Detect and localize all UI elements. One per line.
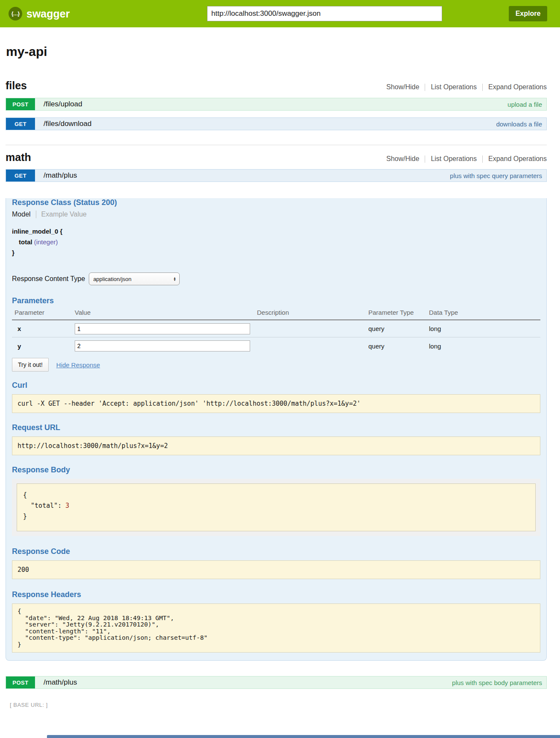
- curl-heading: Curl: [12, 381, 540, 390]
- response-body-box: { "total": 3 }: [17, 483, 536, 531]
- request-url-heading: Request URL: [12, 423, 540, 432]
- col-parameter-type: Parameter Type: [368, 309, 429, 316]
- endpoint-row-math-plus-post[interactable]: POST /math/plus plus with spec body para…: [6, 676, 547, 689]
- model-tabs: Model Example Value: [12, 211, 540, 218]
- endpoint-summary[interactable]: plus with spec body parameters: [452, 679, 542, 686]
- col-description: Description: [257, 309, 368, 316]
- response-class-heading: Response Class (Status 200): [12, 198, 540, 207]
- parameter-y-input[interactable]: [75, 340, 250, 351]
- bottom-window-strip: [47, 735, 560, 738]
- try-it-out-button[interactable]: Try it out!: [12, 358, 49, 372]
- method-badge-post: POST: [6, 676, 35, 688]
- parameters-table-header: Parameter Value Description Parameter Ty…: [12, 309, 540, 320]
- col-data-type: Data Type: [429, 309, 540, 316]
- section-divider: [6, 145, 547, 145]
- selected-content-type: application/json: [93, 276, 174, 282]
- parameter-name: x: [15, 325, 75, 332]
- endpoint-path[interactable]: /math/plus: [44, 171, 77, 180]
- files-section-header: files Show/Hide List Operations Expand O…: [6, 79, 547, 92]
- try-it-out-row: Try it out! Hide Response: [12, 358, 540, 372]
- parameter-row-y: y query long: [12, 337, 540, 354]
- parameters-heading: Parameters: [12, 296, 540, 305]
- parameter-type: query: [368, 343, 429, 350]
- swagger-brand-text: swagger: [26, 8, 70, 20]
- page-content: my-api files Show/Hide List Operations E…: [6, 44, 547, 708]
- parameter-data-type: long: [429, 343, 540, 350]
- section-title-math[interactable]: math: [6, 151, 31, 164]
- col-value: Value: [75, 309, 257, 316]
- parameter-data-type: long: [429, 325, 540, 332]
- model-property: total(integer): [12, 237, 540, 247]
- response-headers-heading: Response Headers: [12, 590, 540, 599]
- operation-expanded-content: Response Class (Status 200) Model Exampl…: [6, 198, 547, 661]
- explore-button[interactable]: Explore: [509, 6, 547, 21]
- parameter-type: query: [368, 325, 429, 332]
- math-section-header: math Show/Hide List Operations Expand Op…: [6, 151, 547, 164]
- math-section-controls: Show/Hide List Operations Expand Operati…: [386, 155, 547, 163]
- endpoint-path[interactable]: /files/upload: [44, 100, 82, 108]
- tab-model[interactable]: Model: [12, 211, 36, 218]
- page-title: my-api: [6, 44, 547, 59]
- parameters-table: Parameter Value Description Parameter Ty…: [12, 309, 540, 354]
- expand-operations-link[interactable]: Expand Operations: [488, 83, 547, 91]
- response-json-value: 3: [65, 502, 69, 510]
- response-content-type-label: Response Content Type: [12, 275, 85, 283]
- endpoint-row-files-upload[interactable]: POST /files/upload upload a file: [6, 98, 547, 111]
- swagger-logo-link[interactable]: {…} swagger: [9, 7, 70, 20]
- separator: [482, 84, 483, 91]
- response-body-heading: Response Body: [12, 466, 540, 474]
- model-signature-open: inline_model_0 {: [12, 226, 540, 237]
- response-code-heading: Response Code: [12, 547, 540, 556]
- endpoint-summary[interactable]: downloads a file: [496, 120, 542, 128]
- separator: [482, 155, 483, 163]
- parameter-x-input[interactable]: [75, 323, 250, 334]
- endpoint-path[interactable]: /files/download: [44, 120, 91, 128]
- files-section-controls: Show/Hide List Operations Expand Operati…: [386, 83, 547, 91]
- swagger-logo-icon: {…}: [9, 7, 22, 20]
- model-property-type: (integer): [34, 238, 58, 246]
- model-signature: inline_model_0 { total(integer) }: [12, 226, 540, 258]
- list-operations-link[interactable]: List Operations: [431, 83, 477, 91]
- curl-command-box: curl -X GET --header 'Accept: applicatio…: [12, 394, 540, 413]
- endpoint-row-files-download[interactable]: GET /files/download downloads a file: [6, 117, 547, 130]
- model-signature-close: }: [12, 247, 540, 258]
- response-content-type-row: Response Content Type application/json ▴…: [12, 272, 540, 285]
- method-badge-post: POST: [6, 98, 35, 110]
- select-arrows-icon: ▴ ▾: [174, 277, 175, 281]
- parameter-name: y: [15, 343, 75, 350]
- expand-operations-link[interactable]: Expand Operations: [488, 155, 547, 163]
- base-url-footer: [ BASE URL: ]: [10, 702, 547, 708]
- hide-response-link[interactable]: Hide Response: [56, 361, 100, 369]
- tab-example-value[interactable]: Example Value: [36, 211, 87, 218]
- top-header-bar: {…} swagger Explore: [0, 0, 560, 27]
- section-title-files[interactable]: files: [6, 79, 27, 92]
- list-operations-link[interactable]: List Operations: [431, 155, 477, 163]
- response-json-prefix: { "total":: [23, 491, 65, 510]
- response-body-container: { "total": 3 }: [12, 479, 540, 536]
- endpoint-summary[interactable]: upload a file: [508, 101, 542, 108]
- response-code-box: 200: [12, 560, 540, 579]
- response-headers-box: { "date": "Wed, 22 Aug 2018 18:49:13 GMT…: [12, 603, 540, 653]
- parameter-row-x: x query long: [12, 320, 540, 337]
- separator: [425, 155, 425, 163]
- response-json-suffix: }: [23, 512, 27, 520]
- method-badge-get: GET: [6, 170, 35, 182]
- show-hide-link[interactable]: Show/Hide: [386, 83, 419, 91]
- endpoint-path[interactable]: /math/plus: [44, 678, 77, 687]
- endpoint-row-math-plus-get[interactable]: GET /math/plus plus with spec query para…: [6, 169, 547, 182]
- spec-url-input[interactable]: [207, 6, 442, 21]
- endpoint-summary[interactable]: plus with spec query parameters: [450, 172, 542, 179]
- method-badge-get: GET: [6, 118, 35, 130]
- col-parameter: Parameter: [15, 309, 75, 316]
- model-property-name: total: [19, 238, 32, 246]
- separator: [425, 84, 425, 91]
- request-url-box: http://localhost:3000/math/plus?x=1&y=2: [12, 436, 540, 455]
- response-content-type-select[interactable]: application/json ▴ ▾: [89, 272, 180, 285]
- show-hide-link[interactable]: Show/Hide: [386, 155, 419, 163]
